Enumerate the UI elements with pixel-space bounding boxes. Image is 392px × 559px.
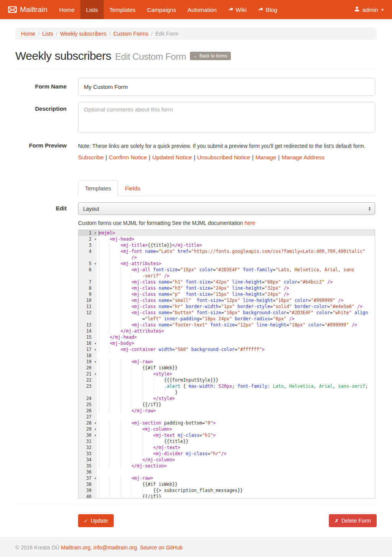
brand-label: Mailtrain	[20, 5, 47, 14]
line-number: 23	[78, 383, 97, 389]
line-number: 28▾	[78, 420, 97, 426]
breadcrumb-link-home[interactable]: Home	[21, 31, 35, 37]
code-line: </style>	[97, 395, 375, 402]
delete-form-button[interactable]: ✗ Delete Form	[329, 514, 377, 527]
preview-link-separator: |	[106, 154, 107, 161]
user-menu[interactable]: admin ▾	[346, 0, 392, 19]
line-number: 38	[78, 481, 97, 487]
preview-link-manage[interactable]: Manage	[255, 154, 276, 161]
code-line: {{#if isWeb}}	[97, 481, 375, 487]
fold-arrow-icon[interactable]: ▾	[95, 371, 96, 377]
footer-link-info-mailtrain-org[interactable]: info@mailtrain.org	[93, 544, 137, 551]
editor-row: }	[78, 389, 375, 395]
page-title: Weekly subscribersEdit Custom Form	[15, 49, 186, 62]
footer-link-mailtrain-org[interactable]: Mailtrain.org	[61, 544, 90, 551]
line-number: 30▾	[78, 432, 97, 438]
footer: © 2016 Kreata OÜ Mailtrain.org, info@mai…	[0, 537, 392, 557]
brand-link[interactable]: Mailtrain	[0, 0, 54, 19]
line-number: 24	[78, 395, 97, 402]
fold-arrow-icon[interactable]: ▾	[95, 433, 96, 439]
code-editor[interactable]: 1▾<mjml>2▾ <mj-head>3 <mj-title>{{title}…	[78, 230, 375, 498]
preview-link-manage-address[interactable]: Manage Address	[281, 154, 325, 161]
code-line: ="left" inner-padding="16px 24px" border…	[97, 316, 375, 322]
line-number: 5▾	[78, 261, 97, 267]
template-select[interactable]: Layout ▲▼	[78, 202, 375, 215]
back-to-forms-button[interactable]: ← Back to forms	[190, 52, 231, 60]
nav-item-automation[interactable]: Automation	[182, 0, 222, 19]
code-line: {{{formInputStyle}}}	[97, 377, 375, 383]
editor-row: 7 <mj-class name="h1" font-size="42px" l…	[78, 279, 375, 285]
line-number: 37▾	[78, 475, 97, 481]
editor-row: 30▾ <mj-text mj-class="h1">	[78, 432, 375, 438]
fold-arrow-icon[interactable]: ▾	[95, 236, 96, 243]
code-line	[97, 414, 375, 420]
editor-row: 9 <mj-class name="p" font-size="15px" li…	[78, 291, 375, 297]
editor-row: 3 <mj-title>{{title}}</mj-title>	[78, 242, 375, 248]
line-number: 13	[78, 322, 97, 328]
breadcrumb-separator: /	[56, 31, 57, 37]
code-line: .alert { max-width: 520px; font-family: …	[97, 383, 375, 389]
editor-row: 25 {{/if}}	[78, 402, 375, 408]
code-line: {{/if}}	[97, 402, 375, 408]
nav-item-label: Automation	[188, 7, 217, 13]
fold-arrow-icon[interactable]: ▾	[95, 426, 96, 433]
description-textarea[interactable]	[78, 102, 375, 133]
nav-item-templates[interactable]: Templates	[104, 0, 141, 19]
fold-arrow-icon[interactable]: ▾	[95, 420, 96, 426]
breadcrumb-link-weekly-subscribers[interactable]: Weekly subscribers	[60, 31, 106, 37]
code-line: {{/if}}	[97, 493, 375, 498]
editor-row: 31 {{title}}	[78, 438, 375, 444]
line-number: 27	[78, 414, 97, 420]
form-name-input[interactable]	[78, 78, 375, 96]
breadcrumb-link-custom-forms[interactable]: Custom Forms	[113, 31, 149, 37]
editor-row: -serif" />	[78, 273, 375, 279]
fold-arrow-icon[interactable]: ▾	[95, 341, 96, 347]
editor-row: 4 <mj-font name="Lato" href="https://fon…	[78, 248, 375, 254]
editor-row: 21▾ <style>	[78, 371, 375, 377]
code-line: <mj-column>	[97, 426, 375, 432]
page-subtitle: Edit Custom Form	[115, 51, 186, 62]
share-arrow-icon	[258, 7, 263, 13]
line-number: 40	[78, 493, 97, 498]
nav-item-lists[interactable]: Lists	[80, 0, 104, 19]
editor-row: 2▾ <mj-head>	[78, 236, 375, 242]
fold-arrow-icon[interactable]: ▾	[95, 347, 96, 353]
fold-arrow-icon[interactable]: ▾	[95, 359, 96, 365]
fold-arrow-icon[interactable]: ▾	[95, 475, 96, 482]
editor-row: 11 <mj-class name="hr" border-width="1px…	[78, 303, 375, 310]
code-line: <mj-font name="Lato" href="https://fonts…	[97, 248, 375, 254]
preview-links: Subscribe|Confirm Notice|Updated Notice|…	[78, 154, 375, 161]
breadcrumb-link-lists[interactable]: Lists	[42, 31, 53, 37]
nav-item-blog[interactable]: Blog	[252, 0, 283, 19]
tab-fields[interactable]: Fields	[118, 180, 147, 196]
footer-link-source-on-github[interactable]: Source on GitHub	[140, 544, 183, 551]
caret-down-icon: ▾	[381, 7, 384, 12]
nav-item-home[interactable]: Home	[54, 0, 80, 19]
preview-link-subscribe[interactable]: Subscribe	[78, 154, 104, 161]
preview-link-unsubscribed-notice[interactable]: Unsubscribed Notice	[197, 154, 250, 161]
preview-link-separator: |	[194, 154, 195, 161]
line-number: 36	[78, 469, 97, 475]
code-line: <mj-raw>	[97, 475, 375, 481]
nav-item-wiki[interactable]: Wiki	[222, 0, 252, 19]
editor-row: 29▾ <mj-column>	[78, 426, 375, 432]
line-number: 21▾	[78, 371, 97, 377]
code-line: <mj-all font-size="15px" color="#2D3E4F"…	[97, 267, 375, 273]
line-number: 4	[78, 248, 97, 254]
line-number: 8	[78, 285, 97, 291]
fold-arrow-icon[interactable]: ▾	[95, 261, 96, 267]
line-number: 26	[78, 408, 97, 414]
header-divider	[15, 68, 377, 69]
editor-row: 34 </mj-column>	[78, 457, 375, 463]
form-actions: ✓ Update ✗ Delete Form	[78, 514, 377, 527]
preview-link-updated-notice[interactable]: Updated Notice	[152, 154, 192, 161]
nav-item-campaigns[interactable]: Campaigns	[141, 0, 182, 19]
fold-arrow-icon[interactable]: ▾	[95, 230, 96, 236]
line-number: 17▾	[78, 346, 97, 352]
code-line: <mj-section padding-bottom="0">	[97, 420, 375, 426]
update-button[interactable]: ✓ Update	[78, 514, 114, 527]
preview-link-confirm-notice[interactable]: Confirm Notice	[109, 154, 147, 161]
mjml-docs-link[interactable]: here	[245, 220, 255, 226]
editor-row: 36	[78, 469, 375, 475]
tab-templates[interactable]: Templates	[78, 180, 118, 196]
